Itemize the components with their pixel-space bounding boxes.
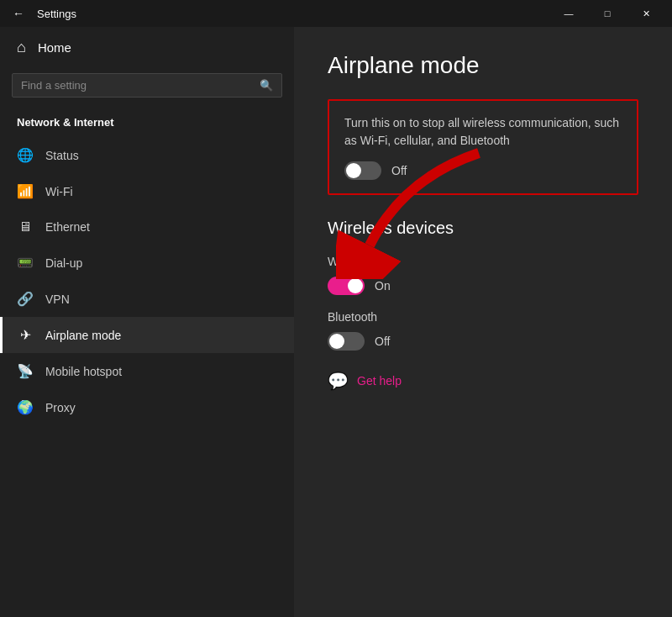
toggle-knob bbox=[346, 163, 361, 178]
airplane-toggle[interactable] bbox=[344, 161, 381, 180]
sidebar-item-dialup[interactable]: 📟 Dial-up bbox=[0, 245, 294, 281]
hotspot-icon: 📡 bbox=[17, 363, 34, 379]
airplane-toggle-row: Off bbox=[344, 161, 622, 180]
app-container: ⌂ Home 🔍 Network & Internet 🌐 Status 📶 W… bbox=[0, 27, 672, 617]
sidebar-item-label-dialup: Dial-up bbox=[45, 256, 82, 270]
airplane-icon: ✈ bbox=[17, 327, 34, 343]
airplane-description: Turn this on to stop all wireless commun… bbox=[344, 114, 622, 150]
maximize-button[interactable]: □ bbox=[588, 0, 627, 27]
home-icon: ⌂ bbox=[17, 39, 26, 56]
sidebar-home[interactable]: ⌂ Home bbox=[0, 27, 294, 68]
toggle-knob-1 bbox=[329, 334, 344, 349]
device-toggle-bluetooth[interactable] bbox=[328, 332, 365, 351]
vpn-icon: 🔗 bbox=[17, 291, 34, 307]
home-label: Home bbox=[38, 40, 71, 55]
devices-list: Wi-Fi On Bluetooth Off bbox=[328, 255, 638, 351]
device-toggle-label-1: Off bbox=[375, 335, 390, 348]
sidebar-item-label-ethernet: Ethernet bbox=[45, 220, 90, 234]
sidebar-item-proxy[interactable]: 🌍 Proxy bbox=[0, 389, 294, 425]
device-row-wi-fi: Wi-Fi On bbox=[328, 255, 638, 295]
device-toggle-label-0: On bbox=[375, 279, 391, 293]
toggle-knob-0 bbox=[348, 278, 363, 293]
search-box[interactable]: 🔍 bbox=[12, 73, 282, 98]
get-help-link[interactable]: 💬 Get help bbox=[328, 371, 638, 391]
sidebar: ⌂ Home 🔍 Network & Internet 🌐 Status 📶 W… bbox=[0, 27, 294, 617]
sidebar-item-label-proxy: Proxy bbox=[45, 401, 76, 414]
device-toggle-wi-fi[interactable] bbox=[328, 277, 365, 295]
sidebar-item-label-airplane: Airplane mode bbox=[45, 329, 121, 342]
window-controls: — □ ✕ bbox=[549, 0, 665, 27]
sidebar-item-airplane[interactable]: ✈ Airplane mode bbox=[0, 317, 294, 353]
sidebar-item-ethernet[interactable]: 🖥 Ethernet bbox=[0, 209, 294, 245]
device-name-bluetooth: Bluetooth bbox=[328, 310, 638, 324]
section-title: Network & Internet bbox=[0, 109, 294, 137]
titlebar: ← Settings — □ ✕ bbox=[0, 0, 672, 27]
device-toggle-row-1: Off bbox=[328, 332, 638, 351]
airplane-toggle-label: Off bbox=[391, 164, 407, 177]
sidebar-item-status[interactable]: 🌐 Status bbox=[0, 137, 294, 173]
page-title: Airplane mode bbox=[328, 52, 638, 79]
help-icon: 💬 bbox=[328, 371, 349, 391]
sidebar-item-label-wifi: Wi-Fi bbox=[45, 185, 73, 198]
sidebar-item-vpn[interactable]: 🔗 VPN bbox=[0, 281, 294, 317]
wireless-section-heading: Wireless devices bbox=[328, 219, 638, 238]
device-toggle-row-0: On bbox=[328, 277, 638, 295]
sidebar-item-hotspot[interactable]: 📡 Mobile hotspot bbox=[0, 353, 294, 389]
close-button[interactable]: ✕ bbox=[627, 0, 665, 27]
device-name-wi-fi: Wi-Fi bbox=[328, 255, 638, 268]
back-icon: ← bbox=[13, 7, 24, 20]
nav-items: 🌐 Status 📶 Wi-Fi 🖥 Ethernet 📟 Dial-up 🔗 … bbox=[0, 137, 294, 425]
minimize-button[interactable]: — bbox=[549, 0, 588, 27]
search-icon: 🔍 bbox=[260, 79, 273, 92]
sidebar-item-label-hotspot: Mobile hotspot bbox=[45, 365, 122, 378]
wifi-icon: 📶 bbox=[17, 183, 34, 199]
proxy-icon: 🌍 bbox=[17, 399, 34, 415]
main-panel: Airplane mode Turn this on to stop all w… bbox=[294, 27, 672, 617]
device-row-bluetooth: Bluetooth Off bbox=[328, 310, 638, 351]
sidebar-item-label-status: Status bbox=[45, 149, 79, 162]
dialup-icon: 📟 bbox=[17, 255, 34, 271]
back-button[interactable]: ← bbox=[7, 2, 30, 25]
status-icon: 🌐 bbox=[17, 147, 34, 163]
airplane-mode-box: Turn this on to stop all wireless commun… bbox=[328, 99, 638, 195]
sidebar-item-label-vpn: VPN bbox=[45, 293, 70, 306]
sidebar-item-wifi[interactable]: 📶 Wi-Fi bbox=[0, 173, 294, 209]
get-help-text: Get help bbox=[357, 374, 402, 388]
app-title: Settings bbox=[37, 8, 549, 20]
ethernet-icon: 🖥 bbox=[17, 219, 34, 235]
search-input[interactable] bbox=[21, 79, 253, 92]
